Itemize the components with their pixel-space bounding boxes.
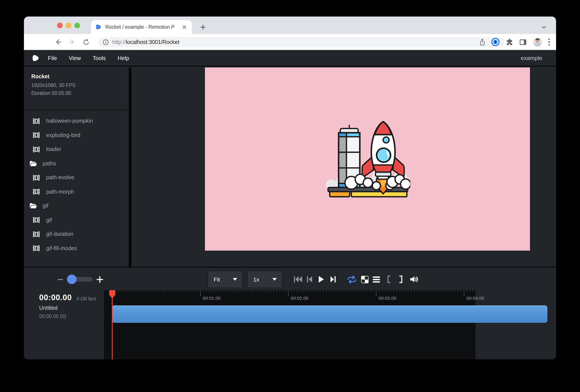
info-icon[interactable] <box>103 39 109 45</box>
playback-speed-value: 1x <box>253 276 259 282</box>
folder-open-icon <box>30 203 39 209</box>
composition-list-item[interactable]: halloween-pumpkin <box>24 114 129 128</box>
playhead-line[interactable] <box>112 290 113 359</box>
zoom-in-button[interactable] <box>94 274 105 284</box>
ruler-second-label: 00:01.00 <box>203 295 221 301</box>
composition-list-item[interactable]: gif-fill-modes <box>24 241 129 256</box>
track-duration: 00:00.00 (0) <box>39 314 66 319</box>
composition-duration: Duration 00:05.00 <box>31 91 129 96</box>
reload-button[interactable] <box>81 36 91 47</box>
browser-menu-dots-icon[interactable] <box>548 38 550 46</box>
timeline-zoom-slider[interactable] <box>67 277 92 281</box>
composition-label: halloween-pumpkin <box>46 118 93 124</box>
app-menubar: File View Tools Help example <box>24 50 556 67</box>
menu-tools[interactable]: Tools <box>93 55 106 61</box>
frame-ticks <box>112 290 473 292</box>
sidebar-resize-handle[interactable] <box>129 67 132 267</box>
film-icon <box>33 175 42 181</box>
menu-file[interactable]: File <box>48 55 57 61</box>
ruler-second-tick <box>200 290 201 296</box>
rocket-illustration <box>325 116 410 201</box>
composition-info: Rocket 1920x1080, 30 FPS Duration 00:05.… <box>24 67 129 110</box>
film-icon <box>33 246 42 251</box>
skip-to-end-button[interactable] <box>327 274 338 285</box>
film-icon <box>33 118 42 124</box>
composition-label: gif-fill-modes <box>46 245 77 252</box>
playhead-handle[interactable] <box>109 290 115 298</box>
composition-label: gif <box>46 217 52 223</box>
canvas-size-value: Fit <box>214 276 220 282</box>
tab-strip: Rocket / example - Remotion P <box>24 16 556 34</box>
browser-window: Rocket / example - Remotion P <box>24 16 556 359</box>
skip-to-start-button[interactable] <box>292 274 304 285</box>
composition-list-item[interactable]: paths <box>24 156 129 170</box>
tab-close-icon[interactable] <box>181 23 187 30</box>
forward-button[interactable] <box>67 36 77 47</box>
composition-label: path-morph <box>46 189 74 195</box>
timeline-track-area[interactable]: 00:01.00 00:02.00 00:03.00 00:04.00 <box>104 290 476 359</box>
video-canvas[interactable] <box>205 67 530 251</box>
menu-help[interactable]: Help <box>118 55 130 61</box>
url-text: http://localhost:3001/Rocket <box>112 39 479 45</box>
window-minimize-button[interactable] <box>66 22 71 28</box>
new-tab-button[interactable] <box>198 22 208 32</box>
timeline-rows-icon[interactable] <box>370 273 382 285</box>
ruler-second-label: 00:03.00 <box>379 295 396 301</box>
timeline-track-bar[interactable] <box>113 305 547 323</box>
window-close-button[interactable] <box>57 22 63 28</box>
film-icon <box>33 232 42 237</box>
address-bar[interactable]: http://localhost:3001/Rocket <box>98 37 504 47</box>
composition-list-item[interactable]: path-morph <box>24 185 129 199</box>
composition-list-item[interactable]: gif-duration <box>24 227 129 241</box>
track-name: Untitled <box>39 305 58 311</box>
remotion-favicon <box>95 24 101 30</box>
remotion-logo-icon[interactable] <box>32 54 39 62</box>
film-icon <box>33 132 42 138</box>
zoom-slider-knob[interactable] <box>67 274 77 284</box>
ruler-second-label: 00:02.00 <box>291 295 308 301</box>
in-point-bracket-icon[interactable] <box>382 273 395 285</box>
composition-label: loader <box>46 146 61 152</box>
loop-toggle-icon[interactable] <box>345 273 358 285</box>
composition-list-item[interactable]: gif <box>24 213 129 227</box>
ruler-second-tick <box>464 290 464 296</box>
share-icon[interactable] <box>479 38 486 45</box>
extensions-puzzle-icon[interactable] <box>506 38 513 46</box>
film-icon <box>33 217 42 223</box>
side-panel-icon[interactable] <box>519 38 527 46</box>
password-manager-extension-icon[interactable] <box>491 37 500 47</box>
composition-list: halloween-pumpkin <box>24 110 129 256</box>
menu-view[interactable]: View <box>69 55 81 61</box>
profile-avatar[interactable] <box>533 37 543 47</box>
volume-icon[interactable] <box>408 273 420 285</box>
composition-list-item[interactable]: path-evolve <box>24 170 129 185</box>
composition-label: paths <box>43 160 56 167</box>
playback-speed-select[interactable]: 1x <box>247 271 282 288</box>
chevron-down-icon <box>233 278 237 281</box>
composition-list-item[interactable]: loader <box>24 142 129 156</box>
composition-list-item[interactable]: exploding-bird <box>24 128 129 142</box>
film-icon <box>33 189 42 195</box>
composition-label: exploding-bird <box>46 132 80 138</box>
window-zoom-button[interactable] <box>74 22 80 28</box>
folder-open-icon <box>30 160 39 167</box>
out-point-bracket-icon[interactable] <box>395 273 407 285</box>
composition-label: gif <box>43 203 48 209</box>
canvas-size-select[interactable]: Fit <box>208 271 243 288</box>
transparency-checkerboard-icon[interactable] <box>359 273 371 285</box>
browser-toolbar: http://localhost:3001/Rocket <box>24 34 556 50</box>
browser-tab[interactable]: Rocket / example - Remotion P <box>91 20 192 34</box>
project-name-label: example <box>521 55 542 61</box>
zoom-out-button[interactable] <box>55 274 65 284</box>
play-button[interactable] <box>315 274 327 285</box>
back-button[interactable] <box>53 36 64 47</box>
previous-frame-button[interactable] <box>304 274 315 285</box>
composition-resolution: 1920x1080, 30 FPS <box>31 83 129 88</box>
composition-list-item[interactable]: gif <box>24 199 129 213</box>
tab-search-chevron-icon[interactable] <box>539 22 549 32</box>
desktop: Rocket / example - Remotion P <box>0 0 580 392</box>
chevron-down-icon <box>272 278 277 281</box>
composition-label: gif-duration <box>46 231 73 237</box>
ruler-second-tick <box>288 290 289 296</box>
ruler-second-label: 00:04.00 <box>466 295 484 301</box>
